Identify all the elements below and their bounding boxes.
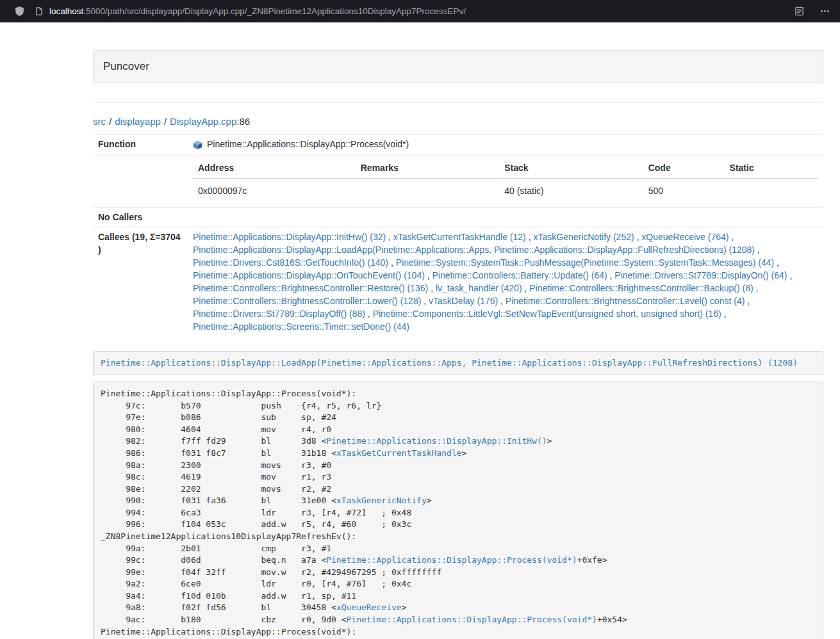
callee-link[interactable]: vTaskDelay (176) — [429, 296, 498, 306]
url-host: localhost — [49, 6, 83, 16]
callees-label: Callees (19, Σ=3704 ) — [93, 227, 188, 336]
main-content: Puncover src/displayapp/DisplayApp.cpp:8… — [93, 22, 823, 639]
callee-link[interactable]: xQueueReceive (764) — [641, 232, 729, 242]
callee-link[interactable]: Pinetime::Controllers::BrightnessControl… — [193, 296, 421, 306]
callee-separator: , — [754, 283, 759, 293]
static-value — [725, 179, 818, 204]
symbol-cube-icon — [193, 140, 202, 150]
callee-link[interactable]: xTaskGenericNotify (252) — [533, 232, 634, 242]
callee-link[interactable]: xTaskGetCurrentTaskHandle (12) — [393, 232, 526, 242]
callee-separator: , — [607, 270, 615, 280]
url-bar[interactable]: localhost:5000/path/src/displayapp/Displ… — [35, 6, 795, 16]
col-remarks: Remarks — [356, 159, 499, 179]
browser-toolbar: localhost:5000/path/src/displayapp/Displ… — [0, 0, 840, 22]
callee-separator: , — [634, 232, 642, 242]
callee-separator: , — [388, 257, 396, 268]
metrics-row-label — [93, 156, 188, 207]
no-callers-label: No Callers — [93, 207, 188, 227]
asm-symbol-link[interactable]: xQueueReceive — [336, 603, 402, 612]
no-callers-row: No Callers — [93, 207, 823, 227]
function-label: Function — [93, 134, 188, 156]
function-row: Function Pinetime::Applications::Display… — [93, 134, 823, 156]
callee-separator: , — [365, 309, 373, 319]
breadcrumb-separator: / — [109, 116, 111, 127]
callee-separator: , — [386, 232, 393, 242]
callee-separator: , — [428, 283, 436, 293]
callee-link[interactable]: Pinetime::Controllers::BrightnessControl… — [529, 283, 753, 293]
toolbar-actions — [795, 6, 831, 16]
metrics-values-row: 0x0000097c 40 (static) 500 — [193, 179, 818, 204]
col-static: Static — [725, 159, 818, 179]
function-cell: Pinetime::Applications::DisplayApp::Proc… — [193, 138, 409, 150]
callee-separator: , — [745, 296, 750, 306]
breadcrumb-link-file[interactable]: DisplayApp.cpp — [170, 116, 236, 127]
asm-symbol-link[interactable]: xTaskGenericNotify — [336, 496, 427, 505]
callee-separator: , — [721, 309, 727, 319]
code-value: 500 — [643, 179, 725, 204]
asm-symbol-link[interactable]: Pinetime::Applications::DisplayApp::Init… — [326, 436, 547, 446]
breadcrumb-link-displayapp[interactable]: displayapp — [115, 116, 161, 127]
callee-link[interactable]: Pinetime::Drivers::Cst816S::GetTouchInfo… — [193, 257, 388, 268]
url-path: :5000/path/src/displayapp/DisplayApp.cpp… — [83, 6, 466, 16]
remarks-value — [356, 179, 499, 204]
loadapp-symbol-box: Pinetime::Applications::DisplayApp::Load… — [93, 351, 823, 376]
stack-value: 40 (static) — [499, 179, 643, 204]
col-code: Code — [643, 159, 725, 179]
callee-link[interactable]: Pinetime::Applications::DisplayApp::Init… — [193, 232, 386, 242]
section-divider — [93, 102, 823, 103]
asm-symbol-link[interactable]: xTaskGetCurrentTaskHandle — [336, 448, 462, 458]
metrics-table: Address Remarks Stack Code Static 0x0000… — [193, 159, 818, 204]
callee-separator: , — [787, 270, 793, 280]
metrics-header-row: Address Remarks Stack Code Static — [193, 159, 818, 179]
breadcrumb-separator: / — [164, 116, 167, 127]
callee-separator: , — [425, 270, 432, 280]
breadcrumb-link-src[interactable]: src — [93, 116, 106, 127]
callee-link[interactable]: Pinetime::Controllers::BrightnessControl… — [193, 283, 428, 293]
app-header-panel: Puncover — [93, 50, 823, 83]
page-title: Puncover — [103, 60, 813, 73]
callee-link[interactable]: Pinetime::Drivers::St7789::DisplayOn() (… — [614, 270, 787, 280]
callee-link[interactable]: Pinetime::Controllers::Battery::Update()… — [432, 270, 607, 280]
assembly-code: Pinetime::Applications::DisplayApp::Proc… — [93, 382, 823, 639]
callee-link[interactable]: Pinetime::Applications::DisplayApp::OnTo… — [193, 270, 425, 280]
callee-link[interactable]: Pinetime::Applications::Screens::Timer::… — [193, 321, 409, 332]
callees-list: Pinetime::Applications::DisplayApp::Init… — [188, 227, 823, 336]
breadcrumb: src/displayapp/DisplayApp.cpp:86 — [93, 116, 823, 127]
function-name: Pinetime::Applications::DisplayApp::Proc… — [207, 138, 409, 150]
col-stack: Stack — [499, 159, 643, 179]
callee-link[interactable]: Pinetime::Applications::DisplayApp::Load… — [193, 245, 755, 255]
asm-symbol-link[interactable]: Pinetime::Applications::DisplayApp::Proc… — [326, 555, 577, 565]
breadcrumb-line-number: :86 — [236, 116, 250, 127]
page-identity-icon[interactable] — [35, 6, 44, 16]
symbol-table: Function Pinetime::Applications::Display… — [93, 134, 823, 336]
metrics-row: Address Remarks Stack Code Static 0x0000… — [93, 156, 823, 207]
callee-separator: , — [522, 283, 530, 293]
callee-separator: , — [729, 232, 734, 242]
callees-row: Callees (19, Σ=3704 ) Pinetime::Applicat… — [93, 227, 823, 336]
address-value: 0x0000097c — [193, 179, 356, 204]
callee-separator: , — [755, 245, 760, 255]
callee-separator: , — [526, 232, 534, 242]
overflow-menu-icon[interactable] — [820, 6, 830, 16]
callee-link[interactable]: lv_task_handler (420) — [436, 283, 522, 293]
callee-separator: , — [498, 296, 506, 306]
callee-separator: , — [421, 296, 429, 306]
col-address: Address — [193, 159, 356, 179]
reader-view-icon[interactable] — [795, 6, 804, 16]
callee-link[interactable]: Pinetime::System::SystemTask::PushMessag… — [396, 257, 775, 268]
tracking-shield-icon[interactable] — [14, 6, 25, 17]
callee-separator: , — [774, 257, 779, 268]
callee-link[interactable]: Pinetime::Controllers::BrightnessControl… — [506, 296, 745, 306]
loadapp-symbol-link[interactable]: Pinetime::Applications::DisplayApp::Load… — [101, 358, 798, 368]
callee-link[interactable]: Pinetime::Components::LittleVgl::SetNewT… — [373, 309, 721, 319]
asm-symbol-link[interactable]: Pinetime::Applications::DisplayApp::Proc… — [347, 615, 597, 624]
callee-link[interactable]: Pinetime::Drivers::St7789::DisplayOff() … — [193, 309, 365, 319]
